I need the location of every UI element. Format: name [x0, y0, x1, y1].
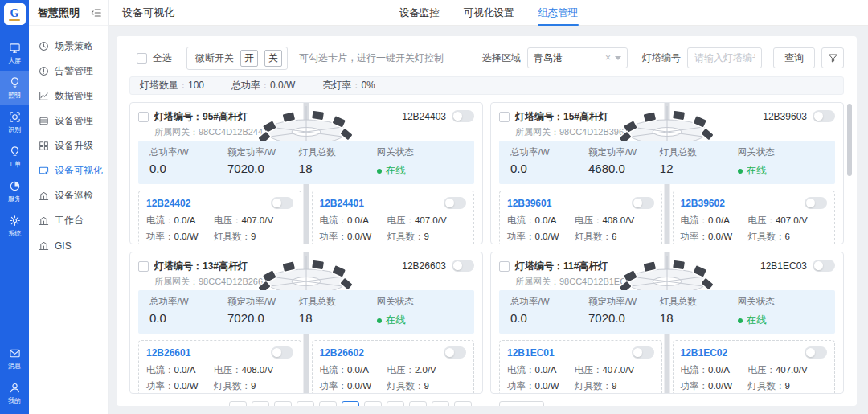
branch-id-link[interactable]: 12B1EC01 — [507, 347, 555, 359]
tower-toggle[interactable] — [813, 110, 835, 122]
funnel-icon — [828, 53, 838, 64]
sidebar-item-data-management[interactable]: 数据管理 — [29, 84, 108, 109]
breaker-switch-label: 微断开关 — [195, 51, 234, 65]
tower-no-input[interactable] — [687, 47, 762, 68]
select-all-checkbox[interactable] — [137, 53, 147, 64]
grid-icon — [39, 141, 49, 151]
pagination — [229, 401, 544, 406]
sidebar-item-workbench[interactable]: 工作台 — [29, 208, 108, 233]
branch-toggle[interactable] — [805, 346, 827, 359]
app-logo[interactable]: G — [4, 3, 26, 25]
branch-id-link[interactable]: 12B26602 — [320, 347, 364, 359]
select-all-label: 全选 — [153, 51, 172, 65]
branch-id-link[interactable]: 12B39602 — [681, 198, 725, 209]
page-button-active[interactable] — [342, 401, 359, 406]
rail-item-lighting[interactable]: 照明 — [0, 71, 29, 105]
header-tabs: 设备监控 可视化设置 组态管理 — [399, 0, 579, 26]
branch-toggle[interactable] — [444, 197, 466, 209]
branch-toggle[interactable] — [271, 197, 293, 209]
sidebar-item-alarm-management[interactable]: 告警管理 — [29, 59, 108, 84]
branch-id-link[interactable]: 12B24401 — [320, 198, 364, 209]
icon-rail: G 大屏 照明 识别 工单 服务 — [0, 0, 29, 414]
tower-card: 灯塔编号：95#高杆灯 所属网关：98CC4D12B244 — [129, 102, 483, 244]
user-icon — [9, 382, 21, 394]
alert-circle-icon — [39, 66, 49, 76]
tower-toggle[interactable] — [813, 260, 835, 272]
branch-id-link[interactable]: 12B26601 — [146, 347, 190, 359]
rail-item-system[interactable]: 系统 — [0, 209, 29, 244]
region-select[interactable]: 青岛港 × — [527, 47, 628, 68]
branch-toggle[interactable] — [444, 346, 466, 359]
branch-card: 12B24401 电流：0.0/A 电压：407.0/V 功率：0.0/W 灯具… — [312, 191, 475, 244]
page-button[interactable] — [432, 401, 449, 406]
rail-item-messages[interactable]: 消息 — [0, 342, 29, 376]
page-button[interactable] — [387, 401, 404, 406]
bulb-icon — [9, 76, 21, 88]
tower-card: 灯塔编号：11#高杆灯 所属网关：98CC4D12B1EC — [490, 252, 844, 394]
query-button[interactable]: 查询 — [773, 47, 815, 68]
branch-toggle[interactable] — [271, 346, 293, 359]
page-button[interactable] — [297, 401, 314, 406]
card-checkbox[interactable] — [499, 112, 510, 122]
rail-item-work-order[interactable]: 工单 — [0, 140, 29, 174]
rail-item-bigscreen[interactable]: 大屏 — [0, 36, 29, 71]
branch-card: 12B39601 电流：0.0/A 电压：408.0/V 功率：0.0/W 灯具… — [499, 191, 662, 244]
page-button[interactable] — [252, 401, 269, 406]
sidebar-item-device-management[interactable]: 设备管理 — [29, 109, 108, 133]
page-button[interactable] — [274, 401, 292, 406]
tab-visualization-settings[interactable]: 可视化设置 — [464, 0, 514, 26]
tower-no-label: 灯塔编号 — [642, 51, 681, 65]
branch-id-link[interactable]: 12B24402 — [146, 198, 190, 209]
scrollbar-thumb[interactable] — [847, 104, 852, 176]
page-button[interactable] — [409, 401, 427, 406]
branch-id-link[interactable]: 12B39601 — [507, 198, 551, 209]
filter-button[interactable] — [821, 47, 844, 68]
message-icon — [9, 347, 21, 359]
sidebar-item-device-inspection[interactable]: 设备巡检 — [29, 183, 108, 208]
page-jump-box[interactable] — [499, 401, 544, 406]
sidebar-item-gis[interactable]: GIS — [29, 233, 108, 258]
content-area: 全选 微断开关 开 关 可勾选卡片，进行一键开关灯控制 选择区域 青岛港 × — [109, 26, 868, 414]
toolbar-hint: 可勾选卡片，进行一键开关灯控制 — [299, 51, 444, 65]
page-button[interactable] — [319, 401, 337, 406]
page-button[interactable] — [364, 401, 382, 406]
tower-toggle[interactable] — [452, 110, 474, 122]
card-checkbox[interactable] — [138, 261, 149, 272]
region-label: 选择区域 — [482, 51, 521, 65]
breaker-off-button[interactable]: 关 — [264, 50, 282, 67]
rail-item-service[interactable]: 服务 — [0, 174, 29, 209]
tab-device-monitoring[interactable]: 设备监控 — [399, 0, 440, 26]
tab-configuration-management[interactable]: 组态管理 — [538, 0, 578, 26]
online-dot-icon — [377, 169, 382, 174]
building-icon — [39, 215, 49, 226]
branch-toggle[interactable] — [632, 346, 654, 359]
service-icon — [9, 180, 21, 192]
region-value: 青岛港 — [534, 51, 605, 65]
branch-toggle[interactable] — [805, 197, 827, 209]
status-badge: 在线 — [377, 164, 468, 178]
card-checkbox[interactable] — [138, 112, 149, 122]
page-button[interactable] — [454, 401, 472, 406]
screen-icon — [9, 42, 21, 54]
page-button[interactable] — [229, 401, 247, 406]
tower-stats: 总功率/W0.0 额定功率/W7020.0 灯具总数18 网关状态在线 — [499, 290, 835, 334]
sidebar: 智慧照明 场景策略 告警管理 数据管理 设备管理 — [29, 0, 109, 414]
status-badge: 在线 — [738, 314, 829, 327]
clear-icon[interactable]: × — [605, 52, 611, 64]
main-panel: 全选 微断开关 开 关 可勾选卡片，进行一键开关灯控制 选择区域 青岛港 × — [117, 36, 857, 406]
collapse-sidebar-icon[interactable] — [91, 7, 102, 18]
card-checkbox[interactable] — [499, 261, 510, 272]
breaker-on-button[interactable]: 开 — [240, 50, 258, 67]
tower-name: 13#高杆灯 — [203, 260, 248, 272]
sidebar-item-device-visualization[interactable]: 设备可视化 — [29, 158, 108, 183]
building-icon — [39, 240, 49, 251]
branch-toggle[interactable] — [632, 197, 654, 209]
chevron-down-icon — [615, 56, 621, 60]
sidebar-item-scene-strategy[interactable]: 场景策略 — [29, 34, 108, 59]
tower-toggle[interactable] — [452, 260, 474, 272]
branch-id-link[interactable]: 12B1EC02 — [681, 347, 728, 359]
rail-item-profile[interactable]: 我的 — [0, 376, 29, 411]
toolbar: 全选 微断开关 开 关 可勾选卡片，进行一键开关灯控制 选择区域 青岛港 × — [129, 47, 844, 69]
rail-item-recognition[interactable]: 识别 — [0, 105, 29, 140]
sidebar-item-device-upgrade[interactable]: 设备升级 — [29, 133, 108, 158]
